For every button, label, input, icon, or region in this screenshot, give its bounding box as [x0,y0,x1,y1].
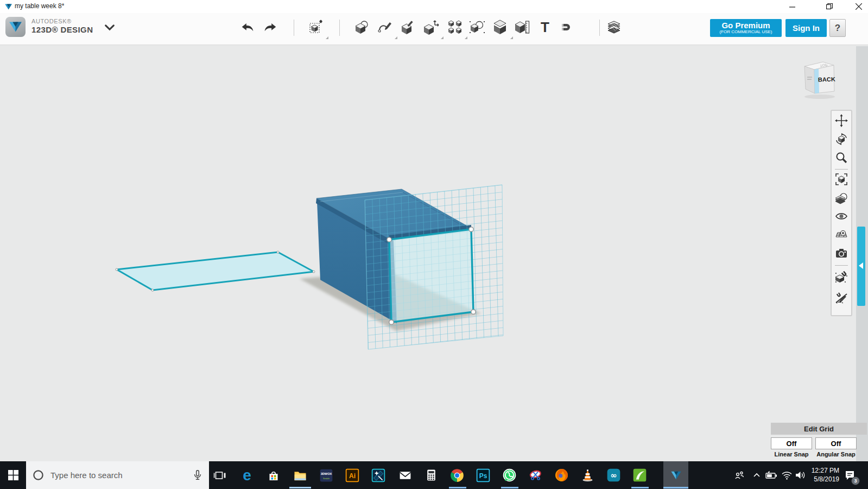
sketch-icon [377,19,394,35]
dropdown-grip[interactable] [510,36,513,39]
sign-in-button[interactable]: Sign In [785,19,827,37]
action-center-button[interactable]: 3 [841,461,858,489]
tool-snap[interactable] [559,18,577,36]
taskbar-app-whatsapp[interactable] [497,461,521,489]
taskbar-app-file-explorer[interactable] [288,461,312,489]
linear-snap-value: Off [787,440,797,448]
snap-toggle-button[interactable] [834,268,848,285]
titlebar: my table week 8* [0,0,868,13]
taskbar-app-store[interactable] [262,461,286,489]
taskbar-app-photoshop[interactable]: Ps [471,461,495,489]
taskbar-search-input[interactable]: Type here to search [26,461,209,489]
tool-modify[interactable] [399,18,417,36]
window-title: my table week 8* [15,2,64,10]
dropdown-grip[interactable] [465,36,467,39]
show-sketches-button[interactable] [834,227,848,243]
tool-sketch[interactable] [376,18,395,36]
linear-snap-toggle[interactable]: Off [771,437,812,449]
taskbar-app-task-view[interactable] [208,461,232,489]
taskbar-app-vlc[interactable] [575,461,599,489]
svg-text:e: e [243,467,251,484]
edit-grid-label: Edit Grid [804,425,834,433]
tool-measure[interactable] [513,18,531,36]
orbit-button[interactable] [834,131,848,147]
view-cube[interactable]: TOP BACK [797,54,840,101]
sign-in-label: Sign In [793,23,820,33]
dropdown-grip[interactable] [326,36,328,39]
taskbar-app-mail[interactable] [393,461,417,489]
text-tool-icon: T [537,19,553,35]
taskbar-app-arduino[interactable]: ∞ [601,461,625,489]
tool-material[interactable] [605,18,623,36]
magnifier-icon [835,151,848,164]
sketch-handle [389,320,394,324]
taskbar-app-chrome[interactable] [445,461,469,489]
angular-snap-toggle[interactable]: Off [815,437,857,449]
tray-battery-icon[interactable] [764,461,778,489]
tray-clock[interactable]: 12:27 PM 5/8/2019 [808,466,839,484]
minimize-button[interactable] [781,0,803,13]
viewport-3d[interactable]: TOP BACK [0,45,868,461]
tray-wifi-icon[interactable] [780,461,794,489]
tray-volume-icon[interactable] [793,461,807,489]
app-header: AUTODESK® 123D® DESIGN [0,13,868,45]
close-button[interactable] [848,0,868,13]
taskbar-app-edge[interactable]: e [235,461,259,489]
tool-transform-move[interactable] [307,18,326,36]
tray-time: 12:27 PM [808,466,839,475]
taskbar-app-123d-design[interactable] [663,461,688,489]
dropdown-grip[interactable] [441,36,443,39]
taskbar-app-coreldraw[interactable] [628,461,651,489]
help-button[interactable]: ? [829,19,846,37]
restore-button[interactable] [819,0,840,13]
magnet-icon [560,19,576,35]
tray-people-icon[interactable] [732,461,747,489]
tool-move[interactable] [422,18,440,36]
taskbar-app-calculator[interactable] [419,461,443,489]
taskbar-app-firefox[interactable] [549,461,573,489]
flat-rectangle-sketch[interactable] [116,251,315,291]
tool-combine[interactable] [468,18,486,36]
fit-view-button[interactable] [834,171,848,187]
go-premium-button[interactable]: Go Premium (FOR COMMERCIAL USE) [710,19,782,37]
show-hide-button[interactable] [834,208,848,224]
zoom-button[interactable] [834,149,848,166]
collapsed-panel-tab[interactable] [857,227,865,306]
screenshot-button[interactable] [834,245,848,261]
pattern-icon [447,19,463,35]
material-style-button[interactable] [834,190,848,206]
redo-button[interactable] [261,18,280,36]
toolbar-separator [294,20,294,36]
taskbar-app-illustrator[interactable]: Ai [340,461,364,489]
active-indicator-coreldraw [631,487,649,488]
camera-icon [835,247,848,260]
svg-text:Ps: Ps [479,472,487,479]
fit-view-icon [835,173,848,186]
active-indicator-file-explorer [289,487,311,488]
selected-square-profile[interactable] [387,227,476,324]
taskbar-app-video-editor[interactable] [366,461,390,489]
sketch-snap-toggle-button[interactable] [834,290,848,306]
start-button[interactable] [0,461,26,489]
active-indicator-chrome [449,487,466,488]
tool-text[interactable]: T [536,18,554,36]
taskbar-app-3dwox[interactable]: 3DWOXSindoh [314,461,338,489]
linear-snap-label: Linear Snap [771,451,812,457]
toolbar-separator [599,20,600,36]
dropdown-grip[interactable] [395,36,397,39]
tool-group[interactable] [491,18,509,36]
sketch-handle [387,237,391,242]
pan-button[interactable] [834,112,848,129]
chrome-icon [450,468,464,482]
modify-icon [400,19,416,35]
taskbar-app-snipping-tool[interactable] [523,461,547,489]
coreldraw-icon [632,468,647,482]
undo-button[interactable] [238,18,257,36]
edit-grid-button[interactable]: Edit Grid [771,423,867,435]
tray-chevron-up-icon[interactable] [750,461,763,489]
app-logo-icon [4,3,12,11]
tool-primitives[interactable] [353,18,371,36]
svg-text:3DWOX: 3DWOX [321,472,332,475]
main-menu-chevron[interactable] [100,18,119,36]
tool-pattern[interactable] [446,18,464,36]
